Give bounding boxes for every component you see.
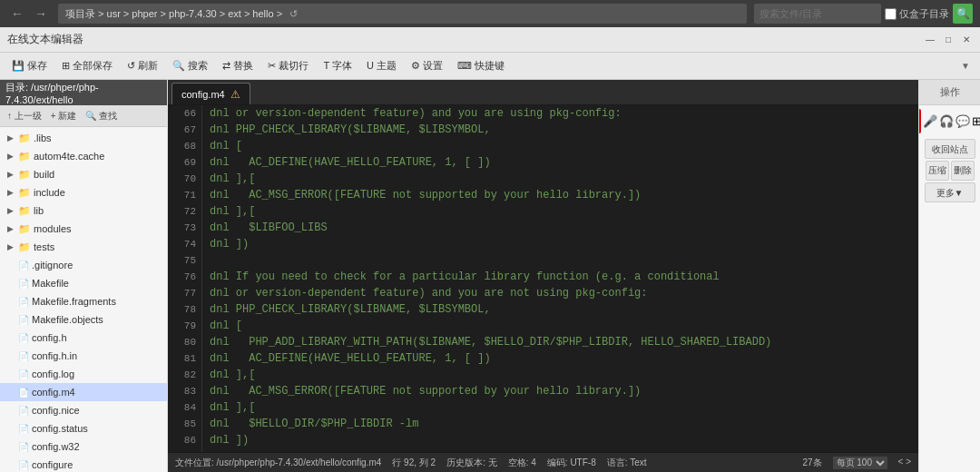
- history-status: 历史版本: 无: [446, 457, 497, 469]
- folder-arrow-icon: ▶: [7, 242, 18, 251]
- tree-item-Makefile[interactable]: 📄Makefile: [0, 274, 167, 292]
- minimize-btn[interactable]: —: [924, 34, 936, 46]
- replace-button[interactable]: ⇄ 替换: [216, 56, 260, 76]
- right-panel-header: 操作: [919, 80, 980, 105]
- file-icon: 📄: [18, 388, 29, 398]
- line-numbers: 6667686970717273747576777879808182838485…: [168, 105, 202, 452]
- code-line-77[interactable]: dnl or version-dependent feature) and yo…: [210, 285, 911, 301]
- code-line-83[interactable]: dnl AC_MSG_ERROR([FEATURE not supported …: [210, 383, 911, 399]
- tree-item-configure[interactable]: 📄configure: [0, 456, 167, 472]
- file-icon: 📄: [18, 297, 29, 307]
- line-num-66: 66: [173, 105, 196, 122]
- code-line-75[interactable]: [210, 252, 911, 269]
- tab-bar: config.m4 ⚠: [168, 80, 918, 105]
- code-line-79[interactable]: dnl [: [210, 318, 911, 334]
- compress-btn[interactable]: 压缩: [926, 161, 949, 181]
- tree-item-include[interactable]: ▶📁include: [0, 183, 167, 202]
- search-toolbar-button[interactable]: 🔍 搜索: [166, 56, 214, 76]
- code-inner: 6667686970717273747576777879808182838485…: [168, 105, 918, 452]
- code-line-85[interactable]: dnl $HELLO_DIR/$PHP_LIBDIR -lm: [210, 416, 911, 432]
- line-num-84: 84: [173, 399, 196, 416]
- grid1-icon[interactable]: ⊞: [972, 114, 981, 128]
- folder-arrow-icon: ▶: [7, 188, 18, 197]
- code-line-86[interactable]: dnl ]): [210, 432, 911, 448]
- left-panel: 目录: /usr/phper/php-7.4.30/ext/hello ↑ 上一…: [0, 80, 168, 472]
- tree-item-config-status[interactable]: 📄config.status: [0, 419, 167, 438]
- line-num-85: 85: [173, 416, 196, 432]
- code-line-84[interactable]: dnl ],[: [210, 399, 911, 416]
- tree-item-config-log[interactable]: 📄config.log: [0, 365, 167, 383]
- more-btn[interactable]: 更多▼: [925, 182, 975, 202]
- tree-item-config-w32[interactable]: 📄config.w32: [0, 438, 167, 456]
- tree-item-Makefile-fragments[interactable]: 📄Makefile.fragments: [0, 292, 167, 310]
- tree-item-Makefile-objects[interactable]: 📄Makefile.objects: [0, 310, 167, 329]
- code-line-74[interactable]: dnl ]): [210, 236, 911, 252]
- line-num-79: 79: [173, 318, 196, 334]
- code-line-82[interactable]: dnl ],[: [210, 367, 911, 383]
- cut-line-button[interactable]: ✂ 裁切行: [261, 56, 315, 76]
- refresh-btn[interactable]: ↺: [286, 6, 301, 22]
- code-line-78[interactable]: dnl PHP_CHECK_LIBRARY($LIBNAME, $LIBSYMB…: [210, 301, 911, 318]
- nav-arrows-status[interactable]: < >: [898, 457, 911, 469]
- code-line-69[interactable]: dnl AC_DEFINE(HAVE_HELLO_FEATURE, 1, [ ]…: [210, 154, 911, 171]
- theme-button[interactable]: U 主题: [360, 56, 403, 76]
- return-site-btn[interactable]: 收回站点: [925, 139, 975, 159]
- nav-buttons: ← →: [7, 5, 51, 23]
- tree-item-config-nice[interactable]: 📄config.nice: [0, 401, 167, 419]
- toolbar-collapse-btn[interactable]: ▼: [956, 56, 975, 76]
- tree-item-autom4te-cache[interactable]: ▶📁autom4te.cache: [0, 147, 167, 165]
- font-button[interactable]: T 字体: [317, 56, 358, 76]
- tree-item-modules[interactable]: ▶📁modules: [0, 220, 167, 238]
- code-line-76[interactable]: dnl If you need to check for a particula…: [210, 269, 911, 285]
- new-file-btn[interactable]: + 新建: [47, 108, 81, 124]
- back-btn[interactable]: ←: [7, 5, 27, 23]
- dir-only-checkbox[interactable]: [885, 8, 897, 20]
- tree-item-config-m4[interactable]: 📄config.m4: [0, 383, 167, 401]
- code-line-72[interactable]: dnl ],[: [210, 203, 911, 220]
- save-button[interactable]: 💾 保存: [5, 56, 54, 76]
- chat-icon[interactable]: 💬: [956, 114, 970, 128]
- search-button[interactable]: 🔍: [953, 4, 973, 24]
- code-lines[interactable]: dnl or version-dependent feature) and yo…: [202, 105, 918, 452]
- line-num-77: 77: [173, 285, 196, 301]
- tree-item--gitignore[interactable]: 📄.gitignore: [0, 256, 167, 274]
- top-bar: ← → 项目录 > usr > phper > php-7.4.30 > ext…: [0, 0, 980, 27]
- tree-item-config-h.in[interactable]: 📄config.h.in: [0, 347, 167, 365]
- code-line-66[interactable]: dnl or version-dependent feature) and yo…: [210, 105, 911, 122]
- code-line-81[interactable]: dnl AC_DEFINE(HAVE_HELLO_FEATURE, 1, [ ]…: [210, 350, 911, 367]
- code-line-73[interactable]: dnl $LIBFOO_LIBS: [210, 220, 911, 236]
- forward-btn[interactable]: →: [31, 5, 51, 23]
- logo-strip: 5中 🎤 🎧 💬 ⊞ ⊟: [918, 109, 980, 133]
- folder-arrow-icon: ▶: [7, 133, 18, 143]
- code-line-87[interactable]: [210, 448, 911, 452]
- code-line-80[interactable]: dnl PHP_ADD_LIBRARY_WITH_PATH($LIBNAME, …: [210, 334, 911, 350]
- code-line-68[interactable]: dnl [: [210, 138, 911, 154]
- search-file-btn[interactable]: 🔍 查找: [82, 108, 121, 124]
- code-line-70[interactable]: dnl ],[: [210, 171, 911, 187]
- file-path-status: 文件位置: /usr/phper/php-7.4.30/ext/hello/co…: [175, 457, 381, 469]
- headphone-icon[interactable]: 🎧: [939, 114, 954, 128]
- folder-icon: 📁: [18, 205, 31, 217]
- tree-item-tests[interactable]: ▶📁tests: [0, 238, 167, 256]
- code-line-67[interactable]: dnl PHP_CHECK_LIBRARY($LIBNAME, $LIBSYMB…: [210, 122, 911, 138]
- folder-icon: 📁: [18, 169, 31, 181]
- close-btn[interactable]: ✕: [960, 34, 973, 46]
- tree-item--libs[interactable]: ▶📁.libs: [0, 129, 167, 147]
- tree-item-build[interactable]: ▶📁build: [0, 165, 167, 183]
- tree-item-lib[interactable]: ▶📁lib: [0, 202, 167, 220]
- tab-config-m4[interactable]: config.m4 ⚠: [172, 83, 250, 104]
- delete-btn[interactable]: 删除: [951, 161, 975, 181]
- maximize-btn[interactable]: □: [942, 34, 955, 46]
- code-line-71[interactable]: dnl AC_MSG_ERROR([FEATURE not supported …: [210, 187, 911, 203]
- shortcuts-button[interactable]: ⌨ 快捷键: [451, 56, 511, 76]
- refresh-button[interactable]: ↺ 刷新: [121, 56, 164, 76]
- per-page-select[interactable]: 每页 100 每页 50 每页 200: [833, 457, 887, 469]
- search-input[interactable]: [754, 4, 881, 24]
- up-level-btn[interactable]: ↑ 上一级: [4, 108, 45, 124]
- tree-item-config-h[interactable]: 📄config.h: [0, 329, 167, 347]
- code-container[interactable]: 6667686970717273747576777879808182838485…: [168, 105, 918, 452]
- file-icon: 📄: [18, 442, 29, 452]
- settings-button[interactable]: ⚙ 设置: [405, 56, 449, 76]
- mic-icon[interactable]: 🎤: [923, 114, 937, 128]
- save-all-button[interactable]: ⊞ 全部保存: [55, 56, 119, 76]
